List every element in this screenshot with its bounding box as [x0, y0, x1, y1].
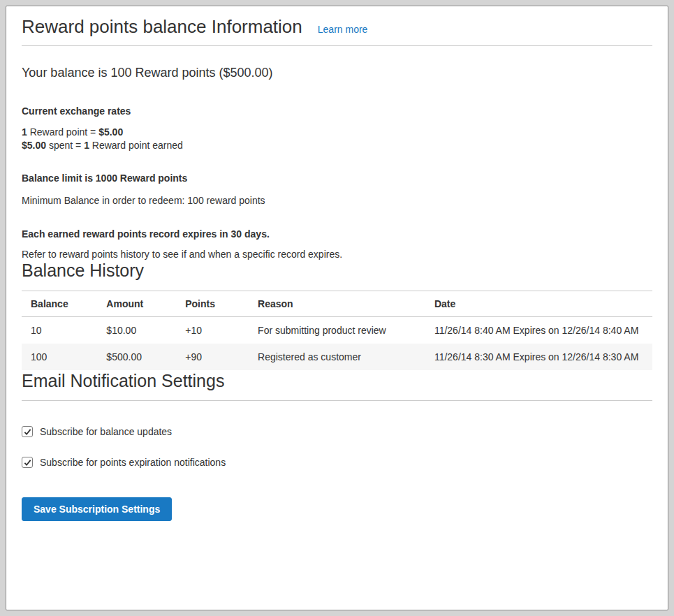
balance-history-heading: Balance History	[22, 260, 652, 281]
expiration-notifications-checkbox[interactable]	[22, 457, 33, 468]
column-header-amount: Amount	[97, 291, 176, 317]
learn-more-link[interactable]: Learn more	[318, 24, 368, 35]
column-header-date: Date	[425, 291, 652, 317]
reward-balance-card: Reward points balance Information Learn …	[6, 6, 668, 610]
email-settings-heading: Email Notification Settings	[22, 370, 652, 391]
cell-balance: 100	[22, 344, 97, 370]
column-header-reason: Reason	[249, 291, 425, 317]
cell-points: +90	[176, 344, 249, 370]
cell-reason: For submitting product review	[249, 317, 425, 344]
header-row: Balance Amount Points Reason Date	[22, 291, 652, 317]
subscribe-expiration-label: Subscribe for points expiration notifica…	[40, 457, 226, 468]
table-header: Balance Amount Points Reason Date	[22, 291, 652, 317]
exchange-rates-heading: Current exchange rates	[22, 105, 652, 117]
subscribe-balance-row: Subscribe for balance updates	[22, 426, 652, 437]
checkmark-icon	[24, 459, 31, 467]
rate2-suffix: Reward point earned	[89, 140, 183, 151]
balance-limit-text: Balance limit is 1000 Reward points	[22, 173, 652, 184]
balance-updates-checkbox[interactable]	[22, 426, 33, 437]
checkmark-icon	[24, 428, 31, 436]
cell-date: 11/26/14 8:30 AM Expires on 12/26/14 8:3…	[425, 344, 652, 370]
cell-date: 11/26/14 8:40 AM Expires on 12/26/14 8:4…	[425, 317, 652, 344]
cell-reason: Registered as customer	[249, 344, 425, 370]
rate1-points: 1	[22, 126, 27, 138]
table-row: 10 $10.00 +10 For submitting product rev…	[22, 317, 652, 344]
page-title: Reward points balance Information	[22, 16, 302, 38]
save-subscription-button[interactable]: Save Subscription Settings	[22, 497, 172, 521]
page-header: Reward points balance Information Learn …	[22, 16, 652, 38]
balance-history-table: Balance Amount Points Reason Date 10 $10…	[22, 291, 652, 370]
subscribe-balance-label: Subscribe for balance updates	[40, 426, 172, 437]
exchange-rate-line-2: $5.00 spent = 1 Reward point earned	[22, 139, 652, 152]
minimum-balance-text: Minimum Balance in order to redeem: 100 …	[22, 195, 652, 206]
column-header-balance: Balance	[22, 291, 97, 317]
title-divider	[22, 45, 652, 46]
rate1-mid: Reward point =	[27, 126, 98, 138]
cell-points: +10	[176, 317, 249, 344]
column-header-points: Points	[176, 291, 249, 317]
rate1-money: $5.00	[98, 126, 123, 138]
rate2-mid: spent =	[46, 140, 84, 151]
email-settings-divider	[22, 400, 652, 401]
table-row: 100 $500.00 +90 Registered as customer 1…	[22, 344, 652, 370]
cell-amount: $10.00	[97, 317, 176, 344]
cell-balance: 10	[22, 317, 97, 344]
rate2-money: $5.00	[22, 140, 46, 151]
expiration-heading: Each earned reward points record expires…	[22, 228, 652, 240]
balance-summary: Your balance is 100 Reward points ($500.…	[22, 66, 652, 80]
rate2-points: 1	[84, 140, 89, 151]
subscribe-expiration-row: Subscribe for points expiration notifica…	[22, 457, 652, 468]
exchange-rates-block: 1 Reward point = $5.00 $5.00 spent = 1 R…	[22, 126, 652, 152]
expiration-note: Refer to reward points history to see if…	[22, 249, 652, 260]
exchange-rate-line-1: 1 Reward point = $5.00	[22, 126, 652, 139]
cell-amount: $500.00	[97, 344, 176, 370]
